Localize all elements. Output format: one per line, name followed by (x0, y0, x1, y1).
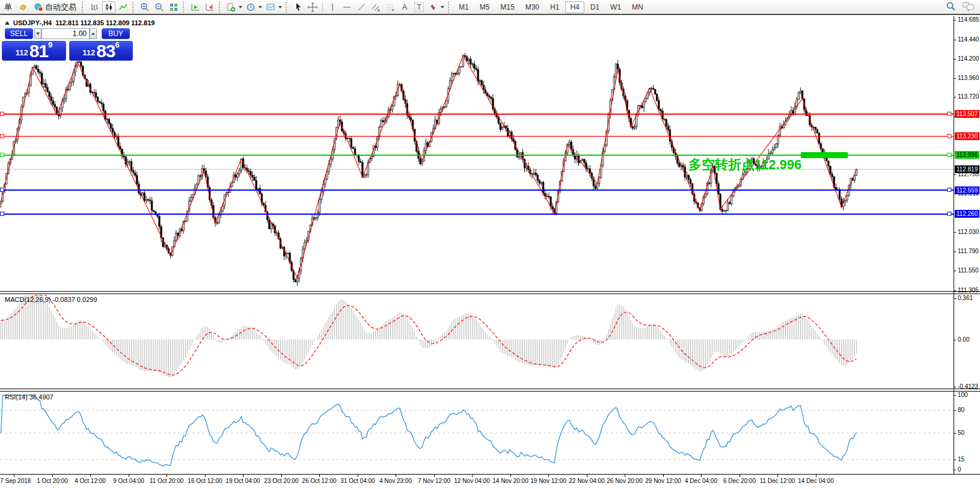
turning-point-annotation[interactable]: 多空转折点112.996 (688, 157, 801, 172)
channel-tool-button[interactable]: E (369, 1, 382, 13)
clock-icon (246, 2, 256, 12)
toolbar-grip[interactable] (448, 2, 452, 13)
tab-timeframe-h4[interactable]: H4 (565, 1, 584, 13)
level-price-badge: 112.559 (955, 186, 979, 194)
horizontal-line-tool-button[interactable] (340, 1, 354, 13)
line-handle-left[interactable] (1, 112, 4, 115)
periods-button[interactable] (245, 1, 263, 13)
axis-label-rsi: 0 (958, 466, 961, 473)
tab-timeframe-m1[interactable]: M1 (454, 1, 474, 13)
svg-text:E: E (378, 8, 380, 12)
axis-label-macd: 0.00 (958, 336, 969, 343)
buy-price-big: 83 (96, 43, 115, 59)
bar-chart-mode-button[interactable] (88, 1, 101, 13)
rsi-level-lines (0, 410, 954, 460)
main-chart-canvas[interactable]: 多空转折点112.996 (0, 16, 954, 291)
time-tick (625, 475, 625, 477)
time-tick (510, 475, 511, 477)
tab-timeframe-m5[interactable]: M5 (475, 1, 495, 13)
new-chart-icon (226, 2, 236, 12)
tile-windows-button[interactable] (167, 1, 180, 13)
level-price-badge: 113.507 (955, 110, 979, 118)
fibonacci-tool-button[interactable]: F (384, 1, 397, 13)
price-axis[interactable]: 114.685114.440114.200113.960113.720113.4… (954, 0, 980, 489)
tab-timeframe-mn[interactable]: MN (627, 1, 648, 13)
volume-input[interactable] (41, 28, 90, 39)
text-tool-letter: A (402, 2, 408, 11)
tab-timeframe-d1[interactable]: D1 (586, 1, 604, 13)
templates-button[interactable] (265, 1, 283, 13)
line-handle-left[interactable] (1, 212, 4, 215)
candlestick-mode-button[interactable] (102, 1, 115, 13)
horizontal-level-line-112.260[interactable] (0, 212, 954, 215)
time-tick (205, 475, 206, 477)
arrows-tool-button[interactable] (427, 1, 446, 13)
time-tick (281, 475, 282, 477)
zoom-in-icon (140, 2, 150, 12)
vertical-line-tool-button[interactable] (326, 1, 339, 13)
toolbar-grip[interactable] (132, 2, 136, 13)
toolbar-grip[interactable] (286, 2, 289, 13)
line-handle-right[interactable] (948, 112, 951, 115)
line-handle-left[interactable] (1, 188, 4, 192)
toolbar-grip[interactable] (219, 2, 222, 13)
channel-icon: E (371, 2, 381, 12)
sell-price-pip: 9 (48, 40, 52, 49)
axis-label-price: 114.685 (958, 16, 979, 23)
new-chart-button[interactable] (225, 1, 243, 13)
time-tick (587, 475, 587, 477)
toolbar-grip[interactable] (82, 2, 85, 13)
horizontal-level-line-113.507[interactable] (0, 112, 954, 115)
time-axis-label: 7 Nov 12:00 (413, 478, 455, 484)
new-order-button[interactable]: 单 (1, 1, 15, 13)
axis-label-price: 114.440 (958, 36, 979, 43)
line-handle-right[interactable] (948, 212, 951, 215)
tab-timeframe-w1[interactable]: W1 (605, 1, 626, 13)
volume-increase-button[interactable] (90, 28, 97, 39)
time-tick (319, 475, 320, 477)
zoom-out-button[interactable] (153, 1, 166, 13)
axis-tick (954, 433, 956, 434)
tab-timeframe-m15[interactable]: M15 (495, 1, 519, 13)
autotrading-button[interactable]: 自动交易 (31, 1, 79, 13)
macd-pane-canvas[interactable] (0, 294, 954, 389)
time-axis-label: 26 Nov 20:00 (604, 478, 646, 484)
line-handle-left[interactable] (1, 134, 4, 138)
label-tool-button[interactable]: T (412, 1, 426, 13)
axis-tick (954, 470, 956, 470)
time-axis-label: 31 Oct 04:00 (337, 478, 379, 484)
volume-decrease-button[interactable] (34, 28, 41, 39)
line-handle-right[interactable] (948, 188, 951, 192)
cursor-tool-button[interactable] (292, 1, 305, 13)
horizontal-level-line-113.230[interactable] (0, 134, 954, 138)
time-axis[interactable]: 27 Sep 20181 Oct 20:004 Oct 12:009 Oct 0… (0, 475, 980, 489)
auto-scroll-button[interactable] (189, 1, 202, 13)
buy-button[interactable]: BUY (102, 28, 130, 39)
trendline-tool-button[interactable] (355, 1, 368, 13)
sell-label: SELL (10, 29, 28, 38)
market-watch-button[interactable] (16, 1, 29, 13)
rsi-line (1, 395, 857, 466)
line-handle-left[interactable] (1, 153, 4, 156)
text-tool-button[interactable]: A (398, 1, 411, 13)
tab-timeframe-h1[interactable]: H1 (545, 1, 564, 13)
chart-shift-button[interactable] (203, 1, 216, 13)
chart-ohlc-values: 112.811 112.835 112.809 112.819 (55, 19, 155, 26)
crosshair-tool-button[interactable] (306, 1, 319, 13)
sell-price-button[interactable]: 112 81 9 (2, 41, 66, 61)
horizontal-level-line-112.559[interactable] (0, 188, 954, 192)
line-handle-right[interactable] (948, 134, 951, 138)
tab-timeframe-m30[interactable]: M30 (521, 1, 544, 13)
axis-tick (954, 460, 956, 460)
zoom-in-button[interactable] (138, 1, 152, 13)
rsi-pane-canvas[interactable] (0, 392, 954, 474)
line-handle-right[interactable] (948, 153, 951, 156)
buy-price-button[interactable]: 112 83 6 (69, 41, 133, 61)
time-axis-label: 6 Dec 20:00 (718, 478, 761, 484)
time-axis-label: 23 Oct 20:00 (260, 478, 302, 484)
sell-button[interactable]: SELL (5, 28, 33, 39)
collapse-chart-icon[interactable] (5, 21, 10, 25)
line-chart-mode-button[interactable] (117, 1, 130, 13)
highlight-price-segment[interactable] (801, 152, 848, 158)
toolbar-grip[interactable] (183, 2, 186, 13)
